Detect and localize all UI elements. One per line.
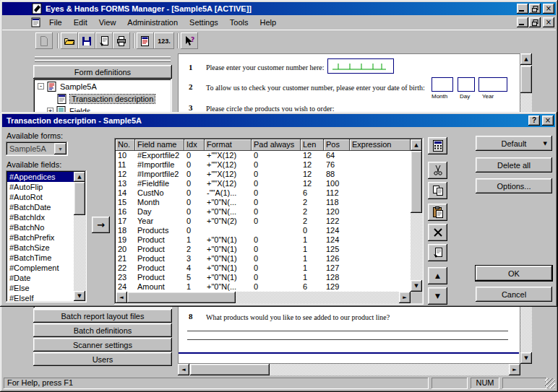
menu-item[interactable]: Settings — [184, 16, 224, 30]
dialog-close-button[interactable]: × — [542, 116, 554, 126]
dialog-help-button[interactable]: ? — [528, 116, 540, 126]
scroll-up-icon[interactable]: ▲ — [520, 53, 532, 65]
field-list-item[interactable]: #Appendices — [7, 172, 74, 182]
paste-button[interactable] — [428, 204, 447, 221]
table-vertical-scrollbar[interactable]: ▲ ▼ — [411, 139, 422, 292]
sidebar-section-button[interactable]: Users — [33, 352, 172, 366]
save-button[interactable] — [78, 32, 95, 49]
ok-button[interactable]: OK — [476, 266, 552, 281]
fields-list-scrollbar[interactable]: ▲ ▼ — [74, 172, 85, 301]
column-header[interactable]: Len — [301, 139, 324, 151]
field-list-item[interactable]: #ElseIf — [7, 293, 74, 301]
menu-item[interactable]: File — [43, 16, 68, 30]
sidebar-section-button[interactable]: Scanner settings — [33, 338, 172, 352]
column-header[interactable]: No. — [116, 139, 135, 151]
table-row[interactable]: 11 #Importfile 0 +""X(12) 0 12 76 — [116, 160, 411, 170]
table-row[interactable]: 20 Product 2 +"0"N(1) 0 1 125 — [116, 245, 411, 254]
mdi-close-button[interactable]: × — [543, 17, 554, 27]
options-button[interactable]: Options... — [476, 178, 552, 193]
menu-item[interactable]: Edit — [68, 16, 93, 30]
tree-row-transaction[interactable]: Transaction description — [35, 92, 171, 105]
field-list-item[interactable]: #BatchDate — [7, 202, 74, 212]
table-row[interactable]: 19 Product 1 +"0"N(1) 0 1 124 — [116, 235, 411, 245]
delete-button[interactable] — [428, 224, 447, 241]
field-list-item[interactable]: #Else — [7, 283, 74, 293]
column-header[interactable]: Expression — [350, 139, 411, 151]
close-button[interactable]: × — [543, 4, 554, 14]
field-list-item[interactable]: #BatchNo — [7, 222, 74, 232]
menu-item[interactable]: View — [93, 16, 122, 30]
field-list-item[interactable]: #BatchTime — [7, 253, 74, 263]
scroll-left-icon[interactable]: ◄ — [178, 364, 189, 375]
tree-root-label[interactable]: Sample5A — [60, 82, 97, 91]
scroll-thumb[interactable] — [411, 151, 422, 213]
column-header[interactable]: Pos — [324, 139, 350, 151]
table-row[interactable]: 23 Product 5 +"0"N(1) 0 1 128 — [116, 273, 411, 282]
table-row[interactable]: 21 Product 3 +"0"N(1) 0 1 126 — [116, 254, 411, 263]
field-list-item[interactable]: #BatchIdx — [7, 212, 74, 222]
app-icon[interactable] — [31, 3, 43, 14]
field-list-item[interactable]: #BatchSize — [7, 243, 74, 253]
preview-horizontal-scrollbar[interactable]: ◄ ► — [178, 364, 520, 375]
open-button[interactable] — [61, 32, 78, 49]
mdi-minimize-button[interactable] — [517, 17, 528, 27]
available-forms-combo[interactable]: Sample5A ▼ — [6, 141, 68, 156]
table-row[interactable]: 18 Products 0 0 124 — [116, 226, 411, 235]
field-properties-button[interactable] — [428, 244, 447, 261]
document-icon[interactable] — [31, 17, 41, 27]
interpret-button[interactable] — [137, 32, 154, 49]
cut-button[interactable] — [428, 162, 447, 179]
column-header[interactable]: Format — [205, 139, 252, 151]
scroll-down-icon[interactable]: ▼ — [74, 291, 85, 301]
field-list-item[interactable]: #BatchPrefix — [7, 232, 74, 243]
cancel-button[interactable]: Cancel — [476, 287, 552, 302]
calculator-button[interactable] — [428, 137, 447, 154]
field-list-item[interactable]: #Date — [7, 273, 74, 283]
new-form-button[interactable] — [35, 32, 53, 49]
table-row[interactable]: 15 Month 0 +"0"N(... 0 2 118 — [116, 198, 411, 207]
collapse-icon[interactable]: - — [38, 83, 44, 90]
scroll-up-icon[interactable]: ▲ — [74, 172, 85, 182]
field-list-item[interactable]: #AutoRot — [7, 192, 74, 202]
add-field-button[interactable]: → — [92, 217, 110, 233]
scroll-left-icon[interactable]: ◄ — [116, 292, 127, 303]
tree-root-row[interactable]: - Sample5A — [35, 80, 171, 92]
column-header[interactable]: Field name — [135, 139, 184, 151]
table-row[interactable]: 14 CustNo 0 -""A(1)... 0 6 112 — [116, 188, 411, 198]
column-header[interactable]: Pad always — [252, 139, 301, 151]
sidebar-section-button[interactable]: Batch definitions — [33, 323, 172, 337]
scroll-thumb[interactable] — [127, 292, 236, 303]
default-button[interactable]: Default ▼ — [476, 136, 552, 151]
menu-item[interactable]: Tools — [224, 16, 254, 30]
delete-all-button[interactable]: Delete all — [476, 157, 552, 173]
scroll-thumb[interactable] — [74, 182, 85, 215]
scroll-right-icon[interactable]: ► — [509, 364, 520, 375]
field-list-item[interactable]: #AutoFlip — [7, 182, 74, 192]
mdi-restore-button[interactable] — [529, 17, 541, 27]
move-up-button[interactable]: ▲ — [428, 267, 447, 284]
table-row[interactable]: 22 Product 4 +"0"N(1) 0 1 127 — [116, 263, 411, 273]
restore-button[interactable] — [529, 4, 541, 14]
table-row[interactable]: 17 Year 0 +"0"N(2) 0 2 122 — [116, 217, 411, 226]
print-button[interactable] — [113, 32, 130, 49]
resize-grip[interactable] — [545, 378, 555, 388]
table-row[interactable]: 16 Day 0 +"0"N(... 0 2 120 — [116, 207, 411, 217]
menu-item[interactable]: Help — [254, 16, 283, 30]
numbering-button[interactable]: 123. — [154, 32, 174, 49]
scroll-thumb[interactable] — [520, 66, 532, 93]
menu-item[interactable]: Administration — [121, 16, 184, 30]
context-help-button[interactable]: ? — [181, 32, 198, 49]
table-row[interactable]: 13 #Fieldfile 0 +""X(12) 0 12 100 — [116, 179, 411, 188]
properties-button[interactable] — [95, 32, 113, 49]
column-header[interactable]: Idx — [184, 139, 205, 151]
panel-gripper[interactable] — [33, 55, 172, 64]
table-row[interactable]: 24 Amount 1 +"0"N(... 0 6 129 — [116, 282, 411, 292]
table-row[interactable]: 12 #Importfile2 0 +""X(12) 0 12 88 — [116, 170, 411, 179]
chevron-down-icon[interactable]: ▼ — [54, 143, 66, 154]
tree-item-transaction-description[interactable]: Transaction description — [70, 95, 155, 103]
scroll-thumb[interactable] — [190, 364, 270, 375]
copy-button[interactable] — [428, 182, 447, 199]
table-row[interactable]: 10 #Exportfile2 0 +""X(12) 0 12 64 — [116, 151, 411, 160]
table-horizontal-scrollbar[interactable]: ◄ ► — [116, 292, 411, 303]
minimize-button[interactable] — [517, 4, 528, 14]
